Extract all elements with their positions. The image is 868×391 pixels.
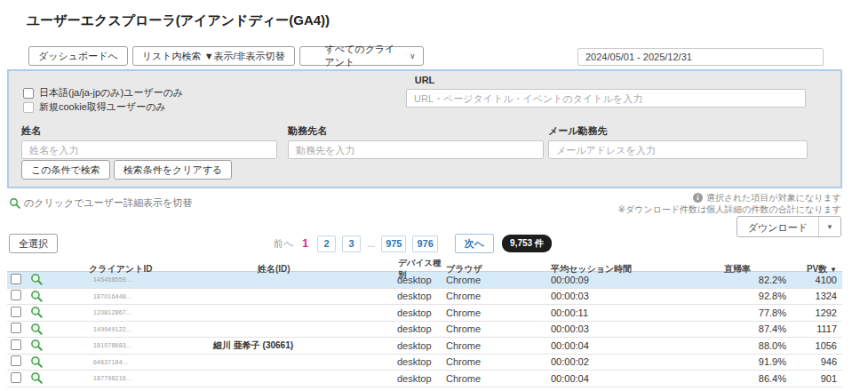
- magnifier-hint: のクリックでユーザー詳細表示を切替: [9, 196, 192, 210]
- dashboard-button[interactable]: ダッシュボードへ: [28, 46, 128, 66]
- row-checkbox-cell: [7, 355, 28, 368]
- client-select-value: すべてのクライアント: [325, 43, 401, 69]
- device-cell: desktop: [391, 356, 444, 367]
- page-ellipsis: ...: [367, 238, 375, 249]
- user-detail-magnifier-icon[interactable]: [30, 273, 44, 286]
- client-id-cell: 145458559...: [53, 276, 209, 283]
- japanese-only-checkbox-row: 日本語(ja/ja-jpのみ)ユーザーのみ: [23, 86, 183, 100]
- new-cookie-checkbox-row: 新規cookie取得ユーザーのみ: [23, 100, 166, 114]
- new-cookie-checkbox[interactable]: [23, 102, 34, 113]
- header-name: 姓名(ID): [209, 263, 391, 275]
- browser-cell: Chrome: [444, 373, 511, 384]
- download-split-button[interactable]: ダウンロード ▼: [737, 216, 841, 237]
- page-button[interactable]: 976: [412, 235, 437, 252]
- row-checkbox[interactable]: [11, 274, 21, 284]
- user-detail-magnifier-icon[interactable]: [30, 306, 44, 319]
- download-button-label: ダウンロード: [737, 217, 818, 236]
- table-row: 64637184... desktop Chrome 00:00:02 91.9…: [7, 355, 842, 371]
- search-button[interactable]: この条件で検索: [21, 160, 110, 180]
- next-page-button[interactable]: 次へ: [455, 234, 494, 253]
- filter-panel: URL 日本語(ja/ja-jpのみ)ユーザーのみ 新規cookie取得ユーザー…: [7, 69, 842, 188]
- row-checkbox-cell: [7, 372, 28, 385]
- client-id-cell: 181078683...: [53, 342, 209, 348]
- row-checkbox[interactable]: [11, 307, 21, 317]
- row-checkbox-cell: [7, 307, 28, 319]
- pv-count-cell: 4100: [791, 275, 842, 285]
- bounce-rate-cell: 77.8%: [693, 307, 791, 318]
- row-magnifier-cell: [28, 371, 53, 385]
- user-detail-magnifier-icon[interactable]: [30, 323, 44, 336]
- client-id-cell: 64637184...: [53, 359, 209, 365]
- user-detail-magnifier-icon[interactable]: [30, 339, 44, 352]
- bounce-rate-cell: 86.4%: [693, 373, 791, 384]
- page-button[interactable]: 2: [317, 235, 336, 252]
- row-checkbox[interactable]: [11, 323, 21, 333]
- name-label: 姓名: [21, 124, 277, 138]
- device-cell: desktop: [391, 291, 444, 301]
- url-input[interactable]: [406, 89, 806, 108]
- browser-cell: Chrome: [444, 291, 511, 301]
- bounce-rate-cell: 82.2%: [693, 275, 791, 285]
- clear-conditions-button[interactable]: 検索条件をクリアする: [114, 160, 233, 180]
- row-checkbox[interactable]: [11, 372, 21, 383]
- user-detail-magnifier-icon[interactable]: [30, 355, 44, 369]
- name-cell: 細川 亜希子 (30661): [209, 339, 391, 352]
- company-label: 勤務先名: [288, 124, 544, 138]
- device-cell: desktop: [391, 275, 444, 285]
- email-field-group: メール勤務先: [548, 124, 808, 159]
- pv-count-cell: 946: [791, 356, 842, 367]
- bounce-rate-cell: 92.8%: [693, 291, 791, 301]
- prev-page-button[interactable]: 前へ: [274, 237, 293, 251]
- client-select[interactable]: すべてのクライアント ∨: [299, 46, 424, 66]
- date-range-input[interactable]: [577, 48, 824, 66]
- chevron-down-icon: ∨: [410, 52, 416, 60]
- pv-count-cell: 901: [791, 373, 842, 384]
- total-count-badge: 9,753 件: [502, 235, 552, 252]
- browser-cell: Chrome: [444, 323, 511, 334]
- company-input[interactable]: [288, 140, 544, 159]
- client-id-cell: 149949122...: [53, 326, 209, 332]
- header-client-id: クライアントID: [53, 263, 209, 275]
- magnifier-hint-text: のクリックでユーザー詳細表示を切替: [24, 196, 192, 210]
- client-id-cell: 187798216...: [53, 375, 209, 381]
- client-id-cell: 120812867...: [53, 309, 209, 315]
- page-title: ユーザーエクスプローラ(アイアンドディー(GA4)): [27, 12, 330, 29]
- row-checkbox[interactable]: [11, 355, 21, 366]
- row-checkbox-cell: [7, 339, 28, 352]
- browser-cell: Chrome: [444, 307, 511, 318]
- browser-cell: Chrome: [444, 340, 511, 351]
- table-body: 145458559... desktop Chrome 00:00:09 82.…: [7, 272, 842, 387]
- table-header-row: クライアントID 姓名(ID) デバイス種別 ブラウザ 平均セッション時間 直帰…: [7, 258, 842, 272]
- row-checkbox[interactable]: [11, 290, 21, 300]
- row-magnifier-cell: [28, 355, 53, 369]
- list-search-toggle-button[interactable]: リスト内検索 ▼表示/非表示切替: [132, 46, 295, 66]
- device-cell: desktop: [391, 373, 444, 384]
- pv-count-cell: 1117: [791, 323, 842, 334]
- bounce-rate-cell: 87.4%: [693, 323, 791, 334]
- table-row: 187016448... desktop Chrome 00:00:03 92.…: [7, 289, 842, 306]
- page-button[interactable]: 975: [381, 235, 406, 252]
- japanese-only-label: 日本語(ja/ja-jpのみ)ユーザーのみ: [39, 86, 183, 100]
- row-checkbox-cell: [7, 290, 28, 302]
- download-caret-icon[interactable]: ▼: [818, 217, 840, 236]
- row-magnifier-cell: [28, 323, 53, 336]
- device-cell: desktop: [391, 323, 444, 334]
- current-page-indicator: 1: [299, 237, 311, 250]
- user-detail-magnifier-icon[interactable]: [30, 371, 44, 385]
- device-cell: desktop: [391, 340, 444, 351]
- selected-note-text: 選択された項目が対象になります: [706, 192, 841, 203]
- client-id-cell: 187016448...: [53, 293, 209, 299]
- pv-count-cell: 1056: [791, 340, 842, 351]
- user-detail-magnifier-icon[interactable]: [30, 290, 44, 303]
- row-magnifier-cell: [28, 290, 53, 303]
- bounce-rate-cell: 91.9%: [693, 356, 791, 367]
- select-all-button[interactable]: 全選択: [9, 234, 58, 253]
- email-input[interactable]: [548, 140, 808, 159]
- table-row: 120812867... desktop Chrome 00:00:11 77.…: [7, 305, 842, 322]
- japanese-only-checkbox[interactable]: [23, 88, 34, 99]
- magnifier-icon: [9, 197, 21, 210]
- page-button[interactable]: 3: [342, 235, 361, 252]
- row-checkbox[interactable]: [11, 339, 21, 350]
- name-input[interactable]: [21, 140, 277, 159]
- pv-count-cell: 1324: [791, 291, 842, 301]
